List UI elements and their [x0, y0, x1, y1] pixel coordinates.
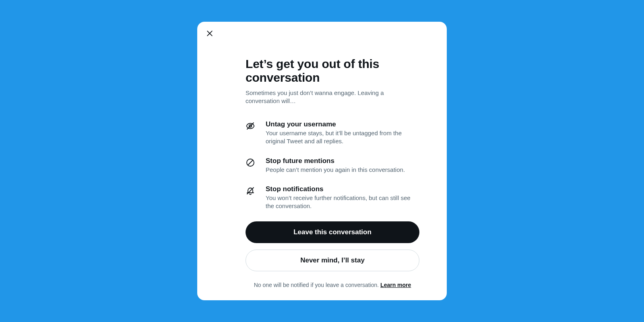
feature-item-notifications: Stop notifications You won’t receive fur…: [246, 185, 419, 211]
leave-conversation-modal: Let’s get you out of this conversation S…: [197, 22, 447, 301]
bell-off-icon: [246, 186, 255, 196]
item-title: Stop notifications: [266, 185, 419, 193]
item-desc: Your username stays, but it’ll be untagg…: [266, 129, 411, 146]
svg-line-5: [248, 160, 253, 165]
close-button[interactable]: [203, 27, 217, 41]
close-icon: [206, 29, 214, 39]
footer-text: No one will be notified if you leave a c…: [254, 282, 380, 288]
eye-off-icon: [246, 121, 255, 131]
feature-item-mentions: Stop future mentions People can’t mentio…: [246, 157, 419, 174]
block-icon: [246, 158, 255, 167]
feature-item-untag: Untag your username Your username stays,…: [246, 120, 419, 146]
learn-more-link[interactable]: Learn more: [380, 282, 411, 288]
item-title: Stop future mentions: [266, 157, 419, 165]
stay-button[interactable]: Never mind, I’ll stay: [246, 250, 419, 271]
leave-button[interactable]: Leave this conversation: [246, 221, 419, 243]
item-title: Untag your username: [266, 120, 419, 128]
modal-subtitle: Sometimes you just don’t wanna engage. L…: [246, 89, 398, 105]
modal-footer: No one will be notified if you leave a c…: [246, 282, 419, 288]
item-desc: People can’t mention you again in this c…: [266, 166, 411, 174]
item-desc: You won’t receive further notifications,…: [266, 194, 411, 211]
modal-title: Let’s get you out of this conversation: [246, 57, 419, 85]
